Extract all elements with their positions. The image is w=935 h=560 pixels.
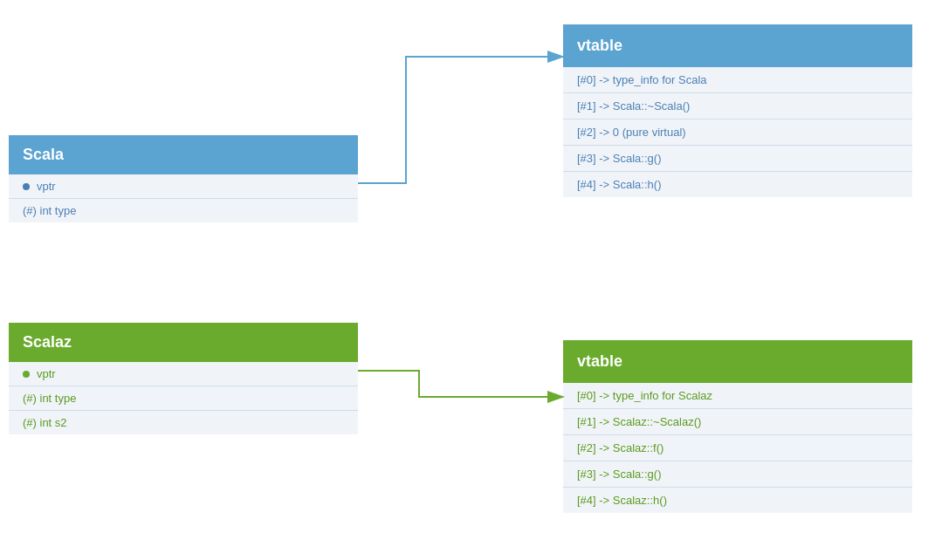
scala-vtable-row-0: [#0] -> type_info for Scala <box>563 67 912 93</box>
scalaz-type-row: (#) int type <box>9 386 358 411</box>
scalaz-vptr-bullet <box>23 371 30 378</box>
scalaz-connector <box>358 371 563 397</box>
scala-vptr-label: vptr <box>37 180 56 193</box>
scala-class-box: Scala vptr (#) int type <box>9 135 358 222</box>
scala-vtable-row-2: [#2] -> 0 (pure virtual) <box>563 120 912 146</box>
scalaz-s2-label: (#) int s2 <box>23 416 67 429</box>
scala-vtable-row-1: [#1] -> Scala::~Scala() <box>563 93 912 120</box>
scalaz-vtable-row-0: [#0] -> type_info for Scalaz <box>563 383 912 409</box>
scalaz-vptr-row: vptr <box>9 362 358 386</box>
scala-vtable-box: vtable [#0] -> type_info for Scala [#1] … <box>563 24 912 197</box>
scalaz-vtable-row-2: [#2] -> Scalaz::f() <box>563 435 912 461</box>
scalaz-vtable-header: vtable <box>563 340 912 383</box>
scala-class-header: Scala <box>9 135 358 174</box>
scala-class-body: vptr (#) int type <box>9 174 358 222</box>
scala-type-label: (#) int type <box>23 204 76 217</box>
scala-vtable-body: [#0] -> type_info for Scala [#1] -> Scal… <box>563 67 912 197</box>
scalaz-vtable-body: [#0] -> type_info for Scalaz [#1] -> Sca… <box>563 383 912 513</box>
scalaz-class-header: Scalaz <box>9 323 358 362</box>
scalaz-class-box: Scalaz vptr (#) int type (#) int s2 <box>9 323 358 434</box>
scalaz-vtable-row-4: [#4] -> Scalaz::h() <box>563 488 912 513</box>
scala-connector <box>358 57 563 183</box>
scala-vptr-row: vptr <box>9 174 358 199</box>
scala-vptr-bullet <box>23 183 30 190</box>
scala-vtable-header: vtable <box>563 24 912 67</box>
diagram-container: Scala vptr (#) int type vtable [#0] -> t… <box>0 0 935 560</box>
scalaz-s2-row: (#) int s2 <box>9 411 358 434</box>
scalaz-vtable-row-1: [#1] -> Scalaz::~Scalaz() <box>563 409 912 435</box>
scala-type-row: (#) int type <box>9 199 358 222</box>
scala-vtable-row-3: [#3] -> Scala::g() <box>563 146 912 172</box>
scalaz-type-label: (#) int type <box>23 392 76 405</box>
scalaz-vtable-row-3: [#3] -> Scala::g() <box>563 461 912 488</box>
scalaz-class-body: vptr (#) int type (#) int s2 <box>9 362 358 434</box>
scala-vtable-row-4: [#4] -> Scala::h() <box>563 172 912 197</box>
scalaz-vptr-label: vptr <box>37 367 56 380</box>
scalaz-vtable-box: vtable [#0] -> type_info for Scalaz [#1]… <box>563 340 912 513</box>
